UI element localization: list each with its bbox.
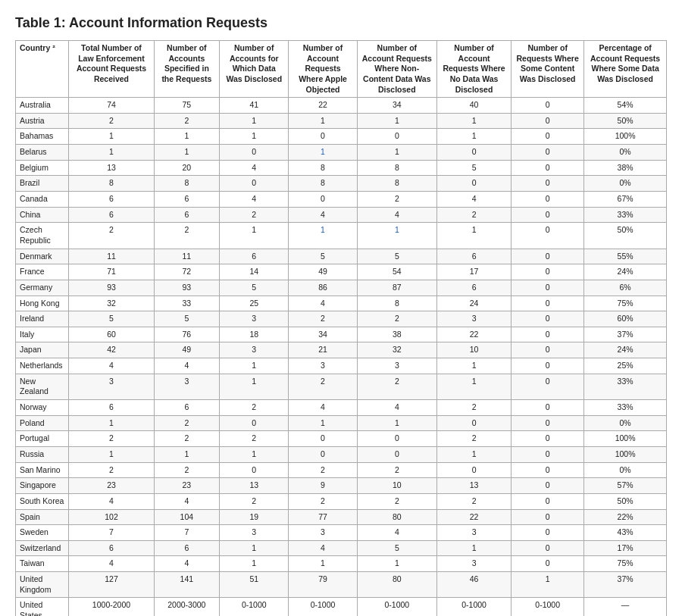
table-cell: 2 [357, 374, 436, 399]
table-row: Portugal2220020100% [16, 431, 667, 447]
table-cell: Italy [16, 327, 69, 342]
table-cell: Netherlands [16, 358, 69, 374]
table-cell: 49 [289, 264, 357, 280]
table-cell: 0 [512, 145, 584, 161]
table-cell: 46 [437, 572, 512, 598]
table-row: Denmark11116556055% [16, 249, 667, 264]
table-cell: 5 [357, 249, 436, 264]
table-cell: 0 [512, 374, 584, 399]
table-cell: 17 [437, 264, 512, 280]
column-header-0: Country ² [16, 41, 69, 98]
table-cell: 4 [289, 295, 357, 311]
table-cell: 43% [584, 525, 667, 541]
table-cell: 2 [289, 374, 357, 399]
table-cell: Russia [16, 446, 69, 462]
table-row: Taiwan441113075% [16, 556, 667, 572]
table-cell: 6 [437, 280, 512, 295]
table-cell: 0 [512, 509, 584, 525]
table-cell: 1 [220, 358, 289, 374]
table-cell: 2 [437, 207, 512, 223]
table-cell: 2 [154, 415, 219, 431]
table-cell: 3 [220, 525, 289, 541]
table-cell: 13 [69, 160, 154, 176]
table-cell: 86 [289, 280, 357, 295]
table-cell: 23 [154, 478, 219, 494]
table-cell: 38% [584, 160, 667, 176]
table-cell: 0 [437, 145, 512, 161]
table-row: Switzerland661451017% [16, 540, 667, 556]
table-cell: 104 [154, 509, 219, 525]
table-cell: 6 [220, 249, 289, 264]
table-cell: 1 [437, 223, 512, 249]
table-cell: 50% [584, 493, 667, 509]
table-cell: 10 [357, 478, 436, 494]
table-cell: Denmark [16, 249, 69, 264]
table-cell: Ireland [16, 311, 69, 327]
table-cell: 1 [437, 446, 512, 462]
table-row: Bahamas1110010100% [16, 129, 667, 145]
table-row: Italy607618343822037% [16, 327, 667, 342]
table-cell: 0 [512, 280, 584, 295]
table-cell: 33 [154, 295, 219, 311]
table-cell: 1 [220, 556, 289, 572]
table-cell: Belarus [16, 145, 69, 161]
table-cell: 0 [437, 415, 512, 431]
table-cell: Hong Kong [16, 295, 69, 311]
table-cell: 0 [512, 129, 584, 145]
table-cell: 0 [220, 145, 289, 161]
table-cell: 0 [512, 556, 584, 572]
table-cell: 49 [154, 342, 219, 358]
table-cell: 141 [154, 572, 219, 598]
table-cell: 3 [154, 374, 219, 399]
table-cell: 0 [289, 129, 357, 145]
table-cell: 0 [512, 160, 584, 176]
table-cell: 2 [437, 400, 512, 416]
table-cell: 4 [69, 556, 154, 572]
table-row: San Marino22022000% [16, 462, 667, 478]
table-cell: 1 [289, 556, 357, 572]
table-cell: Bahamas [16, 129, 69, 145]
table-row: Poland12011000% [16, 415, 667, 431]
table-cell: 1 [69, 145, 154, 161]
table-cell: 24% [584, 342, 667, 358]
table-cell: United Kingdom [16, 572, 69, 598]
table-cell: 0 [512, 540, 584, 556]
table-cell: 0 [357, 446, 436, 462]
table-cell: 1 [289, 113, 357, 129]
account-requests-table: Country ²Total Number of Law Enforcement… [15, 40, 667, 616]
table-cell: 0 [289, 431, 357, 447]
table-row: Canada664024067% [16, 192, 667, 208]
table-cell: 5 [289, 249, 357, 264]
table-cell: 2 [220, 207, 289, 223]
table-cell: 0-1000 [437, 598, 512, 616]
table-cell: Canada [16, 192, 69, 208]
table-cell: 75% [584, 556, 667, 572]
table-cell: 1 [69, 415, 154, 431]
table-cell: 57% [584, 478, 667, 494]
table-cell: 75 [154, 98, 219, 114]
table-cell: 6 [154, 400, 219, 416]
table-cell: 0 [512, 400, 584, 416]
table-cell: Brazil [16, 176, 69, 192]
table-row: France717214495417024% [16, 264, 667, 280]
table-cell: 2 [69, 223, 154, 249]
table-cell: 0 [512, 327, 584, 342]
table-cell: 8 [357, 176, 436, 192]
table-cell: 11 [154, 249, 219, 264]
table-cell: 1 [154, 145, 219, 161]
table-cell: 50% [584, 113, 667, 129]
table-cell: 87 [357, 280, 436, 295]
table-cell: 5 [437, 160, 512, 176]
table-cell: 41 [220, 98, 289, 114]
table-cell: 0% [584, 176, 667, 192]
table-cell: 42 [69, 342, 154, 358]
table-cell: 2 [154, 113, 219, 129]
table-cell: 37% [584, 327, 667, 342]
table-cell: 54% [584, 98, 667, 114]
table-cell: 0 [512, 249, 584, 264]
table-cell: 0 [512, 192, 584, 208]
table-cell: 8 [357, 295, 436, 311]
table-cell: Singapore [16, 478, 69, 494]
table-row: South Korea442222050% [16, 493, 667, 509]
table-cell: 67% [584, 192, 667, 208]
